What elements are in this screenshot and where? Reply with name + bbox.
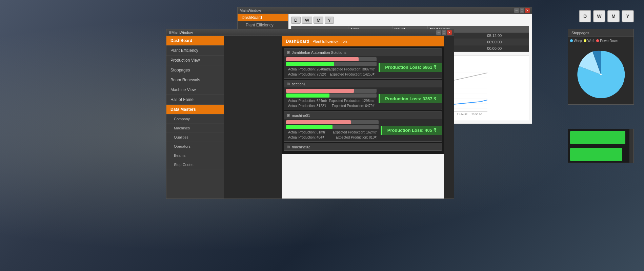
front-window-body: DashBoard Plant Efficiency Production Vi… [166,36,454,199]
machine01-bar2 [286,125,379,129]
front-titlebar: ⊞ MainWindow ─ □ ✕ [166,29,454,36]
cell-extra: 00:00:00 [485,39,529,45]
back-m-btn[interactable]: M [314,17,323,24]
front-main-content: DashBoard Plant Efficiency ron ⊞ Jambhek… [282,36,444,199]
sidebar-item-dashboard[interactable]: DashBoard [166,36,224,46]
sidebar-sub-beams[interactable]: Beams [166,151,224,160]
svg-text:23:55:00: 23:55:00 [471,113,482,116]
prod-group-machine02: ⊞ machine02 [284,143,442,151]
year-button[interactable]: Y [622,10,634,22]
section1-name: section1 [292,82,306,86]
back-d-btn[interactable]: D [291,17,301,24]
machine01-bar1-inner [286,120,351,124]
back-menu-dashboard[interactable]: DashBoard [238,14,288,21]
front-close-btn[interactable]: ✕ [447,30,452,35]
jambhekar-actual-rs: Actual Production: 7392₹ [288,72,326,76]
corner-buttons-group: D W M Y [579,10,634,22]
front-main-window: ⊞ MainWindow ─ □ ✕ DashBoard Plant Effic… [166,29,454,199]
back-titlebar: MainWindow ─ □ ✕ [238,7,532,14]
sidebar-sub-stopcodes[interactable]: Stop Codes [166,160,224,169]
sidebar-item-hallofame[interactable]: Hall of Fame [166,95,224,105]
jambhekar-bar1-inner [286,57,359,61]
back-y-btn[interactable]: Y [325,17,334,24]
legend-powerdown: PowerDown [596,39,618,43]
weft-dot [584,39,586,42]
sidebar-item-datamasters[interactable]: Data Masters [166,105,224,114]
col-extra [485,26,529,33]
jambhekar-loss: Production Loss: 6861 ₹ [379,63,442,72]
right-panel-title: Stoppages [568,29,633,37]
jambhekar-bar-loss: Actual Production: 2048mtr Expected Prod… [284,56,442,78]
sidebar-sub-operators[interactable]: Operators [166,142,224,151]
cell-extra: 05:12:00 [485,33,529,39]
sidebar-sub-machines[interactable]: Machines [166,124,224,133]
machine01-loss: Production Loss: 405 ₹ [381,126,442,135]
section1-bar2-inner [286,93,329,98]
right-green-bar-2 [570,148,622,161]
section1-loss: Production Loss: 3357 ₹ [379,94,442,103]
machine01-bars: Actual Production: 81mtr Expected Produc… [284,119,381,141]
machine01-expected-mtr: Expected Production: 162mtr [333,130,377,134]
right-bar-row-1 [568,129,633,146]
section1-bar1 [286,89,377,93]
machine01-stats: Actual Production: 81mtr Expected Produc… [286,130,379,135]
back-table-header: D W M Y [291,17,529,24]
section1-bars: Actual Production: 624mtr Expected Produ… [284,87,379,110]
sidebar-item-beamren[interactable]: Beam Renewals [166,75,224,85]
prod-group-header-machine01: ⊞ machine01 [284,112,442,119]
sidebar-sub-qualities[interactable]: Qualities [166,133,224,142]
front-minimize-btn[interactable]: ─ [436,30,441,35]
machine01-expected-rs: Expected Production: 810₹ [336,136,377,139]
back-win-controls: ─ □ ✕ [514,8,530,13]
back-filter-buttons: D W M Y [291,17,334,24]
back-menu-planteff[interactable]: Plant Efficiency [238,21,288,29]
section1-expected-mtr: Expected Production: 1296mtr [329,99,375,103]
back-close-btn[interactable]: ✕ [525,8,530,13]
machine01-actual-mtr: Actual Production: 81mtr [288,130,325,134]
front-win-controls: ─ □ ✕ [436,30,452,35]
dashboard-user: ron [341,39,347,43]
pie-center [600,74,602,75]
dashboard-subtitle: Plant Efficiency [313,39,338,43]
power-dot [596,39,599,42]
jambhekar-expected-rs: Expected Production: 14253₹ [330,72,375,76]
sidebar-item-stoppages[interactable]: Stoppages [166,65,224,75]
prod-group-header-machine02: ⊞ machine02 [284,143,442,150]
prod-group-section1: ⊞ section1 Actual Production [284,80,442,110]
month-button[interactable]: M [607,10,620,22]
stoppage-legend: Warp Weft PowerDown [568,37,633,45]
machine02-name: machine02 [292,145,310,149]
warp-dot [570,39,573,42]
back-w-btn[interactable]: W [302,17,313,24]
sidebar-item-planteff[interactable]: Plant Efficiency [166,46,224,56]
svg-text:21:44:32: 21:44:32 [457,113,468,116]
legend-weft: Weft [584,39,594,43]
sidebar-sub-company[interactable]: Company [166,114,224,124]
jambhekar-stats2: Actual Production: 7392₹ Expected Produc… [286,72,377,77]
machine01-actual-rs: Actual Production: 404₹ [288,136,324,139]
back-maximize-btn[interactable]: □ [520,8,524,13]
machine01-stats2: Actual Production: 404₹ Expected Product… [286,135,379,140]
section1-bar-loss: Actual Production: 624mtr Expected Produ… [284,87,442,110]
prod-group-header-section1: ⊞ section1 [284,80,442,87]
sidebar-item-machview[interactable]: Machine View [166,85,224,95]
front-sidebar: DashBoard Plant Efficiency Production Vi… [166,36,224,199]
machine01-name: machine01 [292,113,310,118]
production-section: ⊞ Jambhekar Automation Solutions [282,46,444,154]
section1-actual-rs: Actual Production: 3122₹ [288,104,326,108]
right-scrollbar[interactable] [629,129,633,163]
sidebar-item-prodview[interactable]: Production View [166,56,224,65]
back-window-title: MainWindow [240,8,261,13]
front-maximize-btn[interactable]: □ [442,30,446,35]
week-button[interactable]: W [593,10,605,22]
front-window-title: MainWindow [172,30,193,35]
dashboard-label: DashBoard [286,39,309,44]
day-button[interactable]: D [579,10,591,22]
jambhekar-name: Jambhekar Automation Solutions [292,50,346,55]
jambhekar-stats: Actual Production: 2048mtr Expected Prod… [286,67,377,72]
right-green-bar-1 [570,131,625,144]
machine01-bar1 [286,120,379,124]
right-bar-row-2 [568,146,633,163]
pie-chart-svg [574,47,628,102]
back-minimize-btn[interactable]: ─ [514,8,519,13]
